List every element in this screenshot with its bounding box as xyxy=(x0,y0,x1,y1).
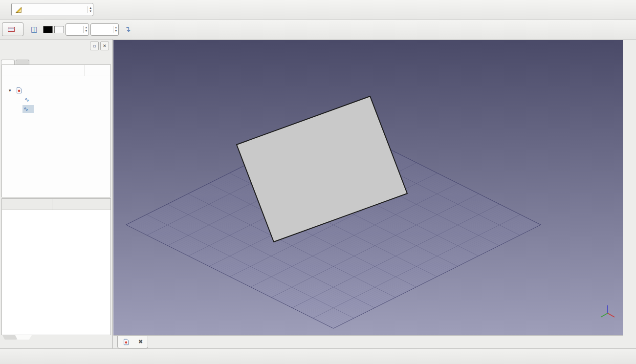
tree-selection-highlight: ∿ xyxy=(22,105,34,113)
standard-toolbar: ▴▾ xyxy=(0,0,636,20)
shapestring-icon: ∿ xyxy=(23,106,28,112)
workbench-selector[interactable]: ▴▾ xyxy=(11,3,93,16)
tree-item-application[interactable] xyxy=(2,76,110,86)
line-color-swatch[interactable] xyxy=(43,26,53,33)
dwire-icon: ∿ xyxy=(24,96,29,103)
tree-header-label xyxy=(2,65,85,76)
apply-style-button[interactable]: ↴ xyxy=(120,22,135,36)
mdi-tabbar: ✖ xyxy=(113,335,623,348)
tab-model[interactable] xyxy=(1,60,15,64)
face-color-swatch[interactable] xyxy=(54,26,64,33)
combo-view-tabs xyxy=(0,52,112,64)
freecad-window: ▴▾ ◫ ▴▾ ▴▾ ↴ ▫ ✕ xyxy=(0,0,636,364)
text-scale-spin-arrows[interactable]: ▴▾ xyxy=(113,26,117,33)
close-document-icon[interactable]: ✖ xyxy=(138,339,143,345)
combo-view-titlebar: ▫ ✕ xyxy=(0,40,112,52)
workbench-selector-spinner[interactable]: ▴▾ xyxy=(88,6,91,13)
snap-toolbar xyxy=(623,40,636,348)
status-bar xyxy=(0,348,636,364)
property-bottom-tabs xyxy=(0,335,112,348)
working-plane-button[interactable] xyxy=(2,22,23,36)
property-editor xyxy=(1,198,111,335)
document-tab-icon xyxy=(123,339,130,345)
freecad-document-icon xyxy=(16,87,22,94)
tree-item-document[interactable]: ▾ xyxy=(2,86,110,95)
tree-item-dwire[interactable]: ∿ xyxy=(2,95,110,104)
tab-data[interactable] xyxy=(15,335,32,340)
document-tab[interactable]: ✖ xyxy=(117,336,148,348)
spin-down-icon[interactable]: ▾ xyxy=(89,10,91,13)
draft-workbench-icon xyxy=(15,6,22,14)
expand-arrow-icon[interactable]: ▾ xyxy=(9,88,14,93)
construction-mode-button[interactable]: ◫ xyxy=(27,22,42,36)
line-width-spinner[interactable]: ▴▾ xyxy=(66,23,89,36)
float-panel-icon[interactable]: ▫ xyxy=(90,42,99,50)
close-panel-icon[interactable]: ✕ xyxy=(100,42,109,50)
draft-toolbar: ◫ ▴▾ ▴▾ ↴ xyxy=(0,20,636,40)
model-tree: ▾ ∿ ∿ xyxy=(1,64,111,197)
property-header-row xyxy=(2,199,110,210)
3d-viewport[interactable] xyxy=(113,40,623,335)
text-scale-spinner[interactable]: ▴▾ xyxy=(90,23,119,36)
3d-viewport-container xyxy=(113,40,623,335)
working-plane-icon xyxy=(7,25,15,33)
tree-item-shapestring[interactable]: ∿ xyxy=(2,104,110,113)
tree-header xyxy=(2,65,110,76)
construction-mode-icon: ◫ xyxy=(31,26,38,33)
combo-view-panel: ▫ ✕ ▾ ∿ ∿ xyxy=(0,40,113,348)
tab-tasks[interactable] xyxy=(16,60,29,64)
line-width-spin-arrows[interactable]: ▴▾ xyxy=(83,26,87,33)
property-column-header xyxy=(2,199,52,210)
apply-style-icon: ↴ xyxy=(125,26,131,33)
